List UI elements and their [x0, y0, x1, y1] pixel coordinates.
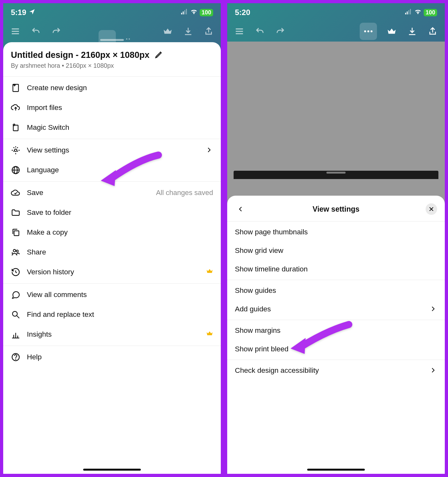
- more-button[interactable]: [360, 23, 377, 40]
- redo-icon[interactable]: [51, 26, 62, 37]
- design-byline: By arshmeet hora • 2160px × 1080px: [3, 62, 221, 75]
- home-indicator[interactable]: [307, 469, 365, 471]
- svg-rect-1: [183, 12, 184, 14]
- globe-icon: [11, 165, 20, 175]
- view-settings-item[interactable]: View settings: [3, 140, 221, 160]
- undo-icon[interactable]: [254, 26, 266, 37]
- show-grid-item[interactable]: Show grid view: [227, 241, 445, 260]
- view-comments-item[interactable]: View all comments: [3, 285, 221, 305]
- edit-title-icon[interactable]: [155, 50, 164, 60]
- help-item[interactable]: Help: [3, 347, 221, 367]
- show-bleed-item[interactable]: Show print bleed: [227, 340, 445, 358]
- editor-toolbar: [227, 22, 445, 41]
- menu-label: Find and replace text: [27, 310, 213, 319]
- share-item[interactable]: Share: [3, 242, 221, 262]
- search-icon: [11, 310, 20, 319]
- close-button[interactable]: [426, 203, 437, 215]
- divider: [227, 221, 445, 222]
- back-button[interactable]: [235, 203, 246, 215]
- import-files-item[interactable]: Import files: [3, 98, 221, 118]
- canvas-notch: [326, 172, 346, 174]
- menu-label: Import files: [27, 104, 213, 112]
- chart-icon: [11, 330, 20, 339]
- create-new-design-item[interactable]: Create new design: [3, 78, 221, 98]
- svg-point-27: [15, 359, 16, 359]
- item-label: Show print bleed: [235, 345, 437, 353]
- svg-point-11: [14, 149, 17, 152]
- svg-point-20: [12, 311, 17, 316]
- svg-rect-0: [181, 13, 182, 14]
- gear-icon: [11, 145, 20, 155]
- item-label: Show timeline duration: [235, 265, 437, 273]
- chevron-right-icon: [205, 146, 213, 154]
- make-copy-item[interactable]: Make a copy: [3, 223, 221, 242]
- version-history-item[interactable]: Version history: [3, 262, 221, 282]
- download-icon[interactable]: [182, 26, 194, 37]
- share-icon[interactable]: [427, 26, 438, 37]
- divider: [227, 360, 445, 360]
- show-timeline-item[interactable]: Show timeline duration: [227, 260, 445, 278]
- menu-icon[interactable]: [10, 26, 21, 37]
- redo-icon[interactable]: [275, 26, 286, 37]
- add-guides-item[interactable]: Add guides: [227, 300, 445, 318]
- item-label: Add guides: [235, 305, 429, 313]
- signal-icon: [180, 8, 188, 17]
- show-thumbnails-item[interactable]: Show page thumbnails: [227, 223, 445, 241]
- item-label: Show guides: [235, 286, 437, 295]
- show-guides-item[interactable]: Show guides: [227, 281, 445, 300]
- status-icons: 100: [180, 8, 213, 17]
- menu-label: Language: [27, 166, 213, 174]
- divider: [3, 283, 221, 284]
- battery-badge: 100: [200, 9, 213, 16]
- status-time-group: 5:20: [235, 8, 250, 17]
- crown-icon[interactable]: [386, 26, 397, 37]
- phone-left: 5:19 100 Untitled design - 2160px × 1080…: [2, 2, 222, 475]
- view-settings-sheet: View settings Show page thumbnails Show …: [227, 196, 445, 474]
- people-icon: [11, 247, 20, 257]
- menu-icon[interactable]: [234, 26, 245, 37]
- share-icon[interactable]: [203, 26, 214, 37]
- svg-rect-28: [405, 13, 406, 14]
- save-item[interactable]: Save All changes saved: [3, 183, 221, 203]
- save-to-folder-item[interactable]: Save to folder: [3, 203, 221, 223]
- insights-item[interactable]: Insights: [3, 325, 221, 344]
- divider: [3, 76, 221, 77]
- premium-crown-icon: [206, 330, 213, 339]
- show-margins-item[interactable]: Show margins: [227, 321, 445, 340]
- menu-label: Make a copy: [27, 228, 213, 237]
- menu-label: Help: [27, 353, 213, 361]
- find-replace-item[interactable]: Find and replace text: [3, 305, 221, 325]
- check-accessibility-item[interactable]: Check design accessibility: [227, 361, 445, 380]
- svg-rect-30: [408, 10, 409, 14]
- premium-crown-icon: [206, 268, 213, 277]
- menu-label: Version history: [27, 268, 200, 276]
- menu-label: Save to folder: [27, 208, 213, 217]
- magic-icon: [11, 123, 20, 132]
- history-icon: [11, 267, 20, 277]
- wifi-icon: [190, 8, 198, 17]
- save-status: All changes saved: [156, 189, 213, 197]
- status-bar: 5:20 100: [227, 3, 445, 22]
- svg-point-17: [16, 250, 18, 252]
- phone-right: 5:20 100 View settings: [226, 2, 446, 475]
- crown-icon[interactable]: [162, 26, 173, 37]
- location-icon: [29, 8, 35, 17]
- status-bar: 5:19 100: [3, 3, 221, 22]
- signal-icon: [404, 8, 412, 17]
- folder-icon: [11, 208, 20, 217]
- home-indicator[interactable]: [83, 469, 141, 471]
- menu-label: Insights: [27, 330, 200, 339]
- item-label: Check design accessibility: [235, 366, 429, 375]
- divider: [3, 139, 221, 139]
- status-time: 5:19: [11, 8, 26, 17]
- download-icon[interactable]: [406, 26, 418, 37]
- magic-switch-item[interactable]: Magic Switch: [3, 118, 221, 137]
- copy-icon: [11, 228, 20, 237]
- svg-point-16: [13, 249, 16, 252]
- undo-icon[interactable]: [30, 26, 42, 37]
- design-title: Untitled design - 2160px × 1080px: [11, 50, 149, 60]
- comment-icon: [11, 290, 20, 300]
- svg-line-21: [17, 316, 20, 318]
- svg-rect-3: [186, 9, 187, 14]
- language-item[interactable]: Language: [3, 160, 221, 180]
